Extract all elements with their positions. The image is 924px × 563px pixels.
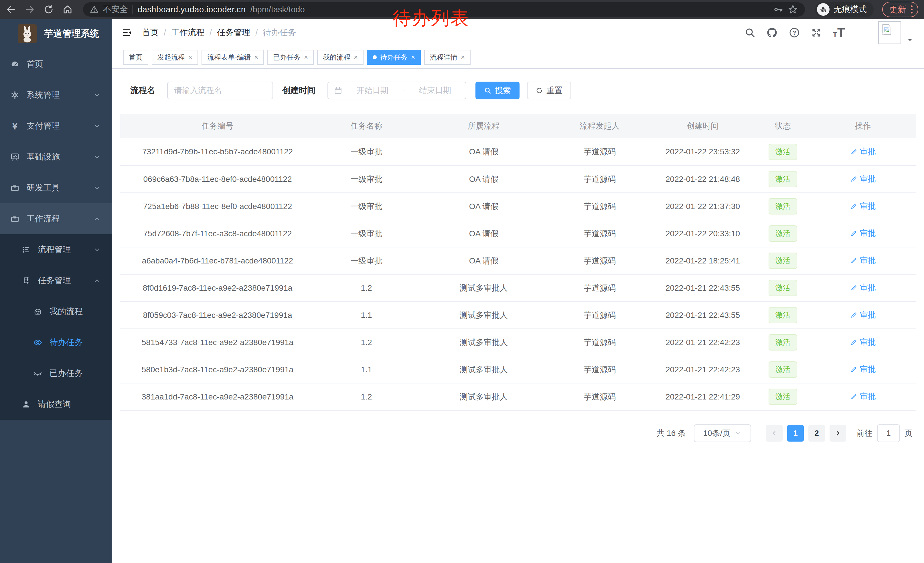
status-badge: 激活 xyxy=(769,198,797,215)
status-badge: 激活 xyxy=(769,280,797,296)
close-icon[interactable]: × xyxy=(188,54,192,61)
sidebar-item-task-management[interactable]: 任务管理 xyxy=(0,265,112,296)
sidebar-item-done-tasks[interactable]: 已办任务 xyxy=(0,358,112,389)
col-task-name: 任务名称 xyxy=(315,114,418,138)
tab-home[interactable]: 首页 xyxy=(123,50,148,65)
sidebar-item-devtools[interactable]: 研发工具 xyxy=(0,173,112,203)
end-date-placeholder: 结束日期 xyxy=(410,85,460,96)
table-row: 73211d9d-7b9b-11ec-b5b7-acde48001122一级审批… xyxy=(120,138,916,165)
tab-process-form-edit[interactable]: 流程表单-编辑× xyxy=(201,50,264,65)
tab-process-detail[interactable]: 流程详情× xyxy=(424,50,471,65)
close-icon[interactable]: × xyxy=(461,54,465,61)
avatar[interactable] xyxy=(878,21,901,44)
home-icon[interactable] xyxy=(62,4,73,15)
sidebar-item-process-management[interactable]: 流程管理 xyxy=(0,234,112,265)
approve-link[interactable]: 审批 xyxy=(850,391,876,402)
font-size-icon[interactable]: TT xyxy=(833,26,845,40)
sidebar-item-label: 请假查询 xyxy=(38,399,101,410)
approve-link[interactable]: 审批 xyxy=(850,282,876,293)
reset-button[interactable]: 重置 xyxy=(527,82,571,99)
table-row: 75d72608-7b7f-11ec-a3c8-acde48001122一级审批… xyxy=(120,220,916,247)
sidebar-item-label: 研发工具 xyxy=(27,182,93,194)
forward-icon[interactable] xyxy=(25,4,35,15)
sidebar-item-infrastructure[interactable]: 基础设施 xyxy=(0,141,112,173)
breadcrumb-workflow[interactable]: 工作流程 xyxy=(171,27,204,38)
approve-link[interactable]: 审批 xyxy=(850,146,876,157)
sidebar-item-label: 系统管理 xyxy=(27,89,93,101)
sidebar-item-payment[interactable]: ¥ 支付管理 xyxy=(0,111,112,141)
page-button-2[interactable]: 2 xyxy=(808,425,825,441)
search-icon[interactable] xyxy=(744,27,755,38)
tab-my-process[interactable]: 我的流程× xyxy=(317,50,363,65)
tab-done-tasks[interactable]: 已办任务× xyxy=(267,50,314,65)
password-key-icon[interactable] xyxy=(773,5,783,14)
incognito-badge: 无痕模式 xyxy=(815,2,874,17)
sidebar-collapse-icon[interactable] xyxy=(122,27,133,38)
pagination: 共 16 条 10条/页 1 2 前往 页 xyxy=(112,424,912,442)
status-badge: 激活 xyxy=(769,171,797,187)
url-path: /bpm/task/todo xyxy=(250,5,304,14)
update-label: 更新 xyxy=(889,4,906,15)
bookmark-star-icon[interactable] xyxy=(788,4,798,15)
fullscreen-icon[interactable] xyxy=(811,27,822,38)
col-process: 所属流程 xyxy=(418,114,550,138)
page-button-1[interactable]: 1 xyxy=(787,425,804,441)
security-label: 不安全 xyxy=(103,4,128,15)
create-time-label: 创建时间 xyxy=(282,85,315,96)
caret-down-icon[interactable] xyxy=(906,36,914,44)
table-row: 580e1b3d-7ac8-11ec-a9e2-a2380e71991a1.1测… xyxy=(120,356,916,383)
sidebar-menu: 首页 系统管理 ¥ 支付管理 基础设施 xyxy=(0,49,112,420)
approve-link[interactable]: 审批 xyxy=(850,255,876,266)
sidebar-item-my-process[interactable]: 我的流程 xyxy=(0,296,112,327)
approve-link[interactable]: 审批 xyxy=(850,201,876,212)
sidebar-item-todo-tasks[interactable]: 待办任务 xyxy=(0,327,112,358)
approve-link[interactable]: 审批 xyxy=(850,364,876,375)
status-badge: 激活 xyxy=(769,389,797,405)
next-page-button[interactable] xyxy=(830,425,846,441)
breadcrumb-task-management[interactable]: 任务管理 xyxy=(217,27,250,38)
close-icon[interactable]: × xyxy=(304,54,308,61)
table-row: 381aa1dd-7ac8-11ec-a9e2-a2380e71991a1.2测… xyxy=(120,383,916,410)
tab-todo-tasks[interactable]: 待办任务× xyxy=(367,50,421,65)
browser-update-button[interactable]: 更新 xyxy=(882,2,918,17)
approve-link[interactable]: 审批 xyxy=(850,337,876,348)
page-size-select[interactable]: 10条/页 xyxy=(694,424,751,442)
sidebar-item-label: 任务管理 xyxy=(38,275,93,286)
close-icon[interactable]: × xyxy=(254,54,258,61)
help-icon[interactable]: ? xyxy=(789,27,800,38)
eye-icon xyxy=(32,338,43,347)
table-row: a6aba0a4-7b6d-11ec-b781-acde48001122一级审批… xyxy=(120,247,916,274)
status-badge: 激活 xyxy=(769,334,797,350)
approve-link[interactable]: 审批 xyxy=(850,228,876,239)
app-logo xyxy=(18,24,37,43)
prev-page-button[interactable] xyxy=(766,425,783,441)
sidebar-item-home[interactable]: 首页 xyxy=(0,49,112,80)
sidebar-item-workflow[interactable]: 工作流程 xyxy=(0,203,112,234)
sidebar-item-leave-query[interactable]: 请假查询 xyxy=(0,389,112,420)
reload-icon[interactable] xyxy=(44,4,54,15)
search-button[interactable]: 搜索 xyxy=(476,82,519,99)
github-icon[interactable] xyxy=(766,27,778,38)
breadcrumb-home[interactable]: 首页 xyxy=(142,27,159,38)
tab-start-process[interactable]: 发起流程× xyxy=(152,50,198,65)
process-name-input-wrap xyxy=(167,82,273,99)
goto-page-input[interactable] xyxy=(877,424,900,442)
monitor-icon xyxy=(9,152,20,162)
tree-icon xyxy=(21,276,32,285)
sidebar-item-label: 我的流程 xyxy=(50,306,101,317)
start-date-placeholder: 开始日期 xyxy=(348,85,397,96)
approve-link[interactable]: 审批 xyxy=(850,174,876,185)
close-icon[interactable]: × xyxy=(354,54,358,61)
sidebar-item-system[interactable]: 系统管理 xyxy=(0,80,112,111)
process-name-input[interactable] xyxy=(171,86,270,95)
pagination-total: 共 16 条 xyxy=(656,428,686,439)
sidebar-logo-row[interactable]: 芋道管理系统 xyxy=(0,19,112,49)
approve-link[interactable]: 审批 xyxy=(850,309,876,320)
chevron-down-icon xyxy=(93,184,101,192)
back-icon[interactable] xyxy=(6,4,16,15)
date-range-input[interactable]: 开始日期 - 结束日期 xyxy=(327,82,466,99)
chevron-up-icon xyxy=(93,277,101,284)
browser-menu-icon[interactable] xyxy=(911,6,912,14)
close-icon[interactable]: × xyxy=(411,54,415,61)
todo-task-table: 任务编号 任务名称 所属流程 流程发起人 创建时间 状态 操作 73211d9d… xyxy=(120,114,916,411)
